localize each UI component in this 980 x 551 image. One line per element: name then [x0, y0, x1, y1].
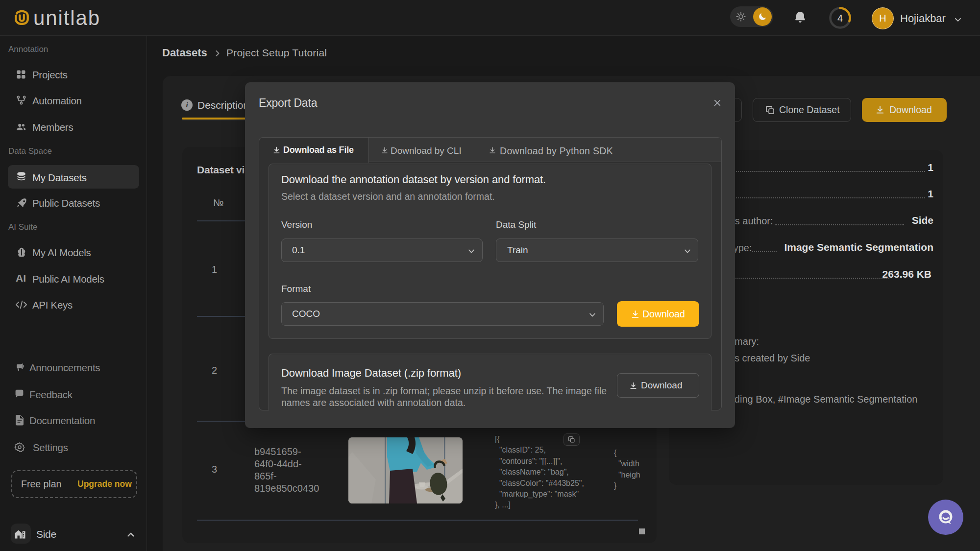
- svg-text:4: 4: [837, 13, 843, 24]
